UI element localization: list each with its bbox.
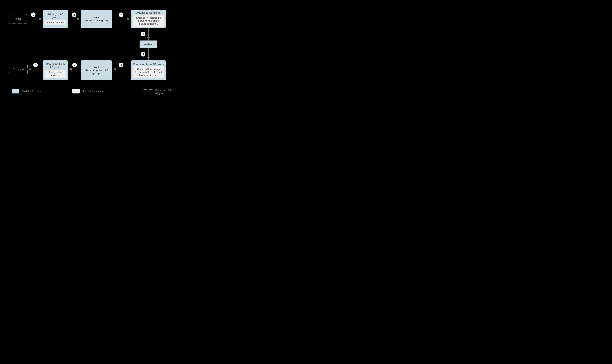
node-wait-adding: Wait (Adding to AS group) <box>81 10 112 28</box>
legend-out-text: Status out of the AS group <box>155 89 173 95</box>
step-2-num: 2 <box>73 13 75 16</box>
step-7-num: 7 <box>74 64 75 66</box>
node-initial-label: Initial <box>15 17 21 20</box>
step-4: 4 <box>141 32 146 36</box>
node-wait-removing-l2: (Removing from AS group) <box>82 69 110 75</box>
legend-out-swatch <box>142 89 153 94</box>
node-wait-removing: Wait (Removing from AS group) <box>81 60 112 80</box>
step-3-num: 3 <box>120 13 122 16</box>
node-removing-2-inner: Remove the instance. <box>45 70 66 78</box>
legend-available-text: Available to users <box>22 90 41 92</box>
step-4-num: 4 <box>143 33 144 35</box>
node-removing-1-title: Removing from AS group <box>133 63 164 66</box>
step-8: 8 <box>33 63 38 67</box>
step-5-num: 5 <box>143 53 144 55</box>
step-6-num: 6 <box>120 64 122 66</box>
step-1-num: 1 <box>33 13 34 16</box>
legend-unavailable: Unavailable to users <box>72 89 104 93</box>
node-enabled: Enabled <box>140 40 157 48</box>
node-removing-2-title: Removing from AS group <box>45 62 66 69</box>
node-adding-1-title: Adding to AS group <box>45 13 66 19</box>
legend-unavailable-wrap: Unavailable to users <box>72 89 104 93</box>
node-enabled-label: Enabled <box>144 43 153 46</box>
node-wait-removing-l1: Wait <box>94 65 99 68</box>
legend-available: Available to users <box>12 89 41 93</box>
node-adding-2-title: Adding to AS group <box>136 11 160 14</box>
legend-unavailable-swatch <box>72 89 80 93</box>
legend-unavailable-text: Unavailable to users <box>82 90 104 92</box>
node-removing-2: Removing from AS group Remove the instan… <box>43 60 68 80</box>
step-8-num: 8 <box>35 64 36 66</box>
node-removing-1: Removing from AS group (Optional) Disass… <box>131 60 166 80</box>
step-5: 5 <box>141 52 146 56</box>
legend-available-swatch <box>12 89 19 93</box>
node-adding-1-inner: Add the instance. <box>45 20 66 25</box>
node-adding-2: Adding to AS group (Optional) Associate … <box>131 10 166 28</box>
step-1: 1 <box>31 13 36 17</box>
step-2: 2 <box>72 13 76 17</box>
node-adding-2-inner: (Optional) Associate the instance with a… <box>133 15 164 27</box>
step-7: 7 <box>72 63 77 67</box>
node-removing-1-inner: (Optional) Disassociate the instance fro… <box>133 66 164 78</box>
legend-out: Status out of the AS group <box>142 89 173 95</box>
legend-out-wrap: Status out of the AS group <box>142 89 173 95</box>
step-6: 6 <box>119 63 123 67</box>
node-removed: Removed <box>9 64 28 74</box>
node-adding-1: Adding to AS group Add the instance. <box>43 10 68 28</box>
step-3: 3 <box>119 13 123 17</box>
legend: Available to users <box>12 89 41 93</box>
node-initial: Initial <box>9 14 27 24</box>
node-removed-label: Removed <box>13 68 24 71</box>
node-wait-adding-l1: Wait <box>94 16 99 19</box>
node-wait-adding-l2: (Adding to AS group) <box>83 19 109 22</box>
